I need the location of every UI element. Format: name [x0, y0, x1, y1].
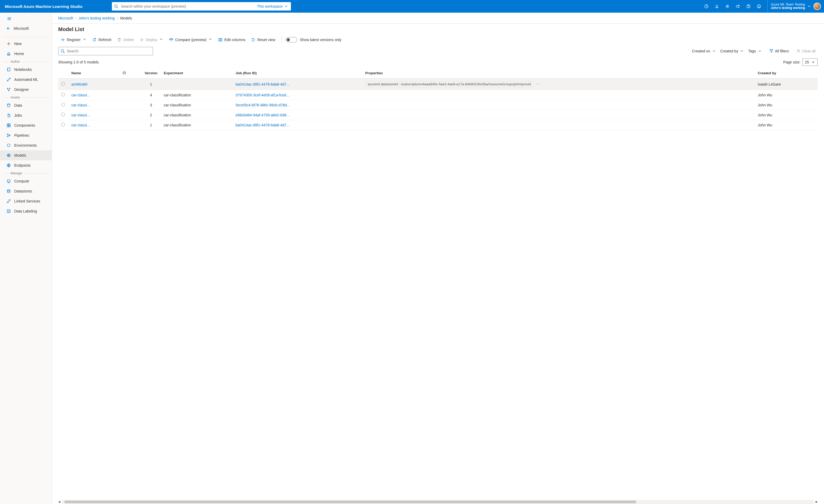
sidebar-item-automated-ml[interactable]: Automated ML: [0, 75, 51, 85]
favorite-cell[interactable]: [119, 100, 142, 110]
row-select[interactable]: [58, 100, 68, 110]
sidebar-item-linked-services[interactable]: Linked Services: [0, 196, 51, 206]
jobs-icon: [6, 113, 11, 117]
column-header[interactable]: Properties: [362, 68, 755, 79]
model-name-link[interactable]: car-classi...: [68, 90, 119, 100]
sidebar-item-new[interactable]: New: [0, 39, 51, 49]
all-filters-button[interactable]: All filters: [767, 48, 791, 55]
property-chip[interactable]: azureml.datastoreId : /subscriptions/4aa…: [366, 81, 533, 87]
clear-all-button[interactable]: Clear all: [794, 48, 818, 55]
column-header[interactable]: Created by: [754, 68, 818, 79]
crumb-workspace[interactable]: John's testing working: [79, 16, 114, 20]
smile-icon[interactable]: [754, 0, 764, 13]
column-header[interactable]: Name: [68, 68, 119, 79]
feedback-icon[interactable]: [733, 0, 743, 13]
sidebar-item-datastores[interactable]: Datastores: [0, 186, 51, 196]
automl-icon: [6, 77, 11, 82]
horizontal-scrollbar[interactable]: ◀ ▶: [52, 499, 824, 504]
job-link[interactable]: 37974300-3cef-4e09-af1a-fced...: [232, 90, 362, 100]
created-by-cell: John Wu: [754, 120, 818, 130]
refresh-button[interactable]: Refresh: [90, 36, 114, 43]
sidebar-item-notebooks[interactable]: Notebooks: [0, 65, 51, 75]
filter-chip-created-by[interactable]: Created by: [718, 48, 746, 54]
sidebar-item-components[interactable]: Components: [0, 120, 51, 130]
job-link[interactable]: e98cb464-94af-4759-a842-838...: [232, 110, 362, 120]
job-link[interactable]: ba0414ac-d9f1-4478-bda8-4d7...: [232, 120, 362, 130]
row-select[interactable]: [58, 120, 68, 130]
sidebar-item-compute[interactable]: Compute: [0, 176, 51, 186]
sidebar-item-environments[interactable]: Environments: [0, 140, 51, 150]
table-row[interactable]: amiModel 1 ba0414ac-d9f1-4478-bda8-4d7..…: [58, 79, 818, 90]
account-switcher[interactable]: Azure ML Team Testing John's testing wor…: [767, 0, 822, 13]
latest-versions-label: Show latest versions only: [298, 38, 341, 42]
more-icon[interactable]: ···: [534, 82, 542, 86]
sidebar-item-home[interactable]: Home: [0, 49, 51, 59]
settings-icon[interactable]: [722, 0, 733, 13]
sidebar-back[interactable]: Microsoft: [0, 23, 51, 34]
model-name-link[interactable]: amiModel: [68, 79, 119, 90]
favorite-cell[interactable]: [119, 90, 142, 100]
row-select[interactable]: [58, 110, 68, 120]
job-link[interactable]: ba0414ac-d9f1-4478-bda8-4d7...: [232, 79, 362, 90]
reset-view-button[interactable]: Reset view: [248, 36, 278, 43]
filter-chip-tags[interactable]: Tags: [746, 48, 764, 54]
crumb-root[interactable]: Microsoft: [58, 16, 73, 20]
sidebar-item-data-labeling[interactable]: Data Labeling: [0, 206, 51, 216]
favorite-cell[interactable]: [119, 110, 142, 120]
recent-icon[interactable]: [701, 0, 712, 13]
row-select[interactable]: [58, 79, 68, 90]
help-icon[interactable]: [743, 0, 754, 13]
column-header[interactable]: Experiment: [161, 68, 232, 79]
table-search-input[interactable]: [66, 49, 150, 54]
job-link[interactable]: 5ecef3c4-bf78-486c-89cb-d78d...: [232, 100, 362, 110]
close-icon: [796, 49, 801, 54]
global-search[interactable]: This workspace: [112, 2, 291, 10]
columns-icon: [218, 38, 222, 42]
hamburger-button[interactable]: [0, 14, 51, 23]
table-search[interactable]: [58, 47, 153, 55]
favorite-cell[interactable]: [119, 79, 142, 90]
model-name-link[interactable]: car-classi...: [68, 100, 119, 110]
svg-marker-59: [770, 49, 773, 53]
favorite-cell[interactable]: [119, 120, 142, 130]
svg-rect-18: [8, 68, 10, 71]
scroll-right-icon[interactable]: ▶: [816, 500, 818, 503]
svg-point-47: [7, 190, 10, 191]
sidebar-item-data[interactable]: Data: [0, 100, 51, 110]
sidebar-item-pipelines[interactable]: Pipelines: [0, 130, 51, 140]
column-header[interactable]: Version: [141, 68, 161, 79]
notifications-icon[interactable]: [712, 0, 722, 13]
sidebar-item-models[interactable]: Models: [0, 150, 51, 161]
compare-button[interactable]: Compare (preview): [167, 35, 215, 44]
sidebar-item-endpoints[interactable]: Endpoints: [0, 161, 51, 170]
sidebar-item-designer[interactable]: Designer: [0, 85, 51, 95]
sidebar-item-jobs[interactable]: Jobs: [0, 110, 51, 120]
latest-versions-toggle[interactable]: [286, 37, 297, 42]
model-name-link[interactable]: car-classi...: [68, 120, 119, 130]
column-header[interactable]: Job (Run ID): [232, 68, 362, 79]
created-by-cell: John Wu: [754, 100, 818, 110]
column-header[interactable]: [119, 68, 142, 79]
table-row[interactable]: car-classi... 4 car-classification 37974…: [58, 90, 818, 100]
scroll-thumb[interactable]: [65, 501, 636, 503]
global-search-input[interactable]: [120, 4, 254, 9]
edit-columns-button[interactable]: Edit columns: [216, 36, 248, 43]
table-row[interactable]: car-classi... 1 car-classification ba041…: [58, 120, 818, 130]
avatar[interactable]: [814, 3, 821, 10]
row-select[interactable]: [58, 90, 68, 100]
search-scope-dropdown[interactable]: This workspace: [254, 4, 291, 8]
register-button[interactable]: Register: [58, 35, 89, 44]
sidebar-item-label: Linked Services: [14, 199, 40, 203]
scroll-left-icon[interactable]: ◀: [58, 500, 60, 503]
page-size-select[interactable]: 25: [802, 59, 818, 66]
filter-chip-created-on[interactable]: Created on: [690, 48, 718, 54]
endpoints-icon: [6, 163, 11, 168]
table-row[interactable]: car-classi... 2 car-classification e98cb…: [58, 110, 818, 120]
sidebar-item-label: Designer: [14, 87, 29, 92]
svg-point-10: [759, 6, 760, 6]
undo-icon: [251, 38, 255, 42]
model-name-link[interactable]: car-classi...: [68, 110, 119, 120]
filter-bar: Created on Created by Tags All filters C…: [52, 45, 824, 58]
table-row[interactable]: car-classi... 3 car-classification 5ecef…: [58, 100, 818, 110]
star-icon: [122, 71, 126, 75]
